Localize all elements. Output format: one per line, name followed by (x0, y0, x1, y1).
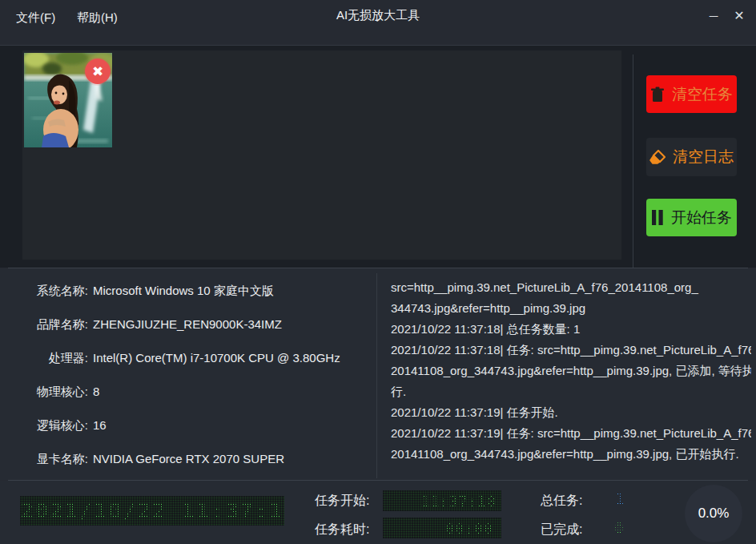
log-line: 行. (391, 381, 751, 402)
led-task-start: 11:37:18 (383, 490, 501, 511)
clear-tasks-button[interactable]: 清空任务 (646, 75, 737, 113)
minimize-icon: ─ (710, 9, 718, 22)
sysinfo-value-gpu: NVIDIA GeForce RTX 2070 SUPER (93, 452, 284, 465)
sysinfo-label-brand: 品牌名称: (0, 317, 88, 332)
completed-tasks-value: 0 (607, 519, 631, 537)
task-thumbnail[interactable]: ✖ (24, 53, 112, 147)
sysinfo-label-logical-cores: 逻辑核心: (0, 418, 88, 433)
sysinfo-label-os: 系统名称: (0, 284, 88, 299)
log-line: 2021/10/22 11:37:18| 任务: src=http__pimg.… (391, 340, 751, 361)
log-line: 20141108_org_344743.jpg&refer=http__pimg… (391, 444, 751, 465)
info-log-divider (376, 273, 377, 478)
trash-icon (650, 87, 665, 103)
sysinfo-value-brand: ZHENGJIUZHE_REN9000K-34IMZ (93, 317, 282, 331)
log-line: 2021/10/22 11:37:19| 任务: src=http__pimg.… (391, 423, 751, 444)
clear-log-label: 清空日志 (673, 147, 734, 167)
led-elapsed: 00:00 (383, 518, 501, 538)
task-list-panel: ✖ (22, 50, 621, 260)
sysinfo-value-os: Microsoft Windows 10 家庭中文版 (93, 284, 274, 299)
task-start-label: 任务开始: (315, 493, 369, 510)
minimize-button[interactable]: ─ (702, 3, 726, 27)
start-task-label: 开始任务 (671, 208, 732, 228)
total-tasks-value: 1 (607, 490, 631, 508)
progress-indicator: 0.0% (685, 485, 742, 542)
window-title: AI无损放大工具 (0, 8, 756, 23)
log-line: 2021/10/22 11:37:19| 任务开始. (391, 402, 751, 423)
eraser-icon (649, 150, 666, 165)
led-clock-value: 2021/10/22 11:37:1 (21, 498, 284, 523)
elapsed-label: 任务耗时: (315, 522, 369, 538)
led-clock: 2021/10/22 11:37:1 (20, 496, 284, 526)
status-bar: 2021/10/22 11:37:1 任务开始: 11:37:18 任务耗时: … (0, 481, 756, 544)
total-tasks-label: 总任务: (541, 493, 582, 510)
log-line: 20141108_org_344743.jpg&refer=http__pimg… (391, 361, 751, 381)
pause-icon (651, 210, 664, 225)
completed-tasks-label: 已完成: (541, 522, 582, 538)
close-button[interactable]: ✕ (727, 3, 751, 27)
progress-value: 0.0% (698, 506, 730, 522)
sysinfo-label-cpu: 处理器: (0, 351, 88, 366)
remove-task-icon: ✖ (92, 63, 103, 80)
log-line: 344743.jpg&refer=http__pimg.39.jpg (391, 298, 751, 319)
log-output[interactable]: src=http__pimg.39.net_PictureLib_A_f76_2… (391, 277, 751, 476)
sysinfo-value-logical-cores: 16 (93, 418, 107, 432)
led-elapsed-value: 00:00 (446, 520, 493, 537)
sysinfo-label-gpu: 显卡名称: (0, 452, 88, 467)
clear-tasks-label: 清空任务 (672, 84, 733, 105)
sysinfo-value-cpu: Intel(R) Core(TM) i7-10700K CPU @ 3.80GH… (93, 351, 340, 365)
log-line: src=http__pimg.39.net_PictureLib_A_f76_2… (391, 277, 751, 298)
close-icon: ✕ (734, 8, 744, 23)
remove-task-button[interactable]: ✖ (85, 58, 111, 84)
info-log-region: 系统名称: Microsoft Windows 10 家庭中文版 品牌名称: Z… (0, 268, 756, 480)
sysinfo-value-physical-cores: 8 (93, 385, 99, 398)
title-bar: 文件(F) 帮助(H) AI无损放大工具 ─ ✕ (0, 0, 756, 45)
log-line: 2021/10/22 11:37:18| 总任务数量: 1 (391, 319, 751, 340)
start-task-button[interactable]: 开始任务 (646, 199, 737, 236)
task-queue-region: ✖ (0, 45, 756, 268)
clear-log-button[interactable]: 清空日志 (646, 138, 737, 176)
sysinfo-label-physical-cores: 物理核心: (0, 385, 88, 400)
led-task-start-value: 11:37:18 (420, 493, 497, 510)
